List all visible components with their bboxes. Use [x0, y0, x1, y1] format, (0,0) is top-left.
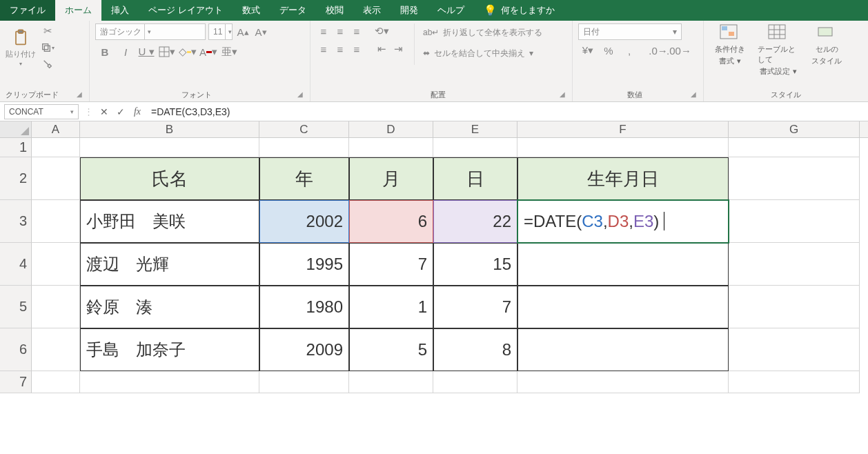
- decrease-indent-button[interactable]: ⇤: [374, 41, 389, 57]
- insert-function-button[interactable]: fx: [129, 106, 146, 117]
- cell-B4[interactable]: 渡辺 光輝: [80, 243, 259, 286]
- italic-button[interactable]: I: [116, 44, 135, 59]
- copy-button[interactable]: ▾: [40, 40, 55, 55]
- align-right-button[interactable]: ≡: [349, 41, 364, 57]
- font-color-button[interactable]: A ▾: [199, 44, 218, 59]
- row-header-1[interactable]: 1: [0, 138, 32, 157]
- cell-E4[interactable]: 15: [433, 243, 517, 286]
- font-launcher[interactable]: ◢: [297, 90, 304, 98]
- cell-C5[interactable]: 1980: [259, 286, 349, 328]
- cell-A1[interactable]: [32, 138, 80, 157]
- border-button[interactable]: ▾: [157, 44, 177, 59]
- cell-C3[interactable]: 2002: [259, 200, 349, 243]
- cell-E3[interactable]: 22: [433, 200, 517, 243]
- cell-E7[interactable]: [433, 371, 517, 393]
- number-format-combo[interactable]: 日付▾: [578, 23, 682, 40]
- cell-B5[interactable]: 鈴原 湊: [80, 286, 259, 328]
- enter-button[interactable]: ✓: [112, 106, 129, 117]
- cell-G6[interactable]: [729, 328, 860, 371]
- col-header-E[interactable]: E: [433, 121, 517, 137]
- cell-A7[interactable]: [32, 371, 80, 393]
- percent-format-button[interactable]: %: [599, 43, 618, 58]
- cell-B6[interactable]: 手島 加奈子: [80, 328, 259, 371]
- cell-A3[interactable]: [32, 200, 80, 243]
- row-header-2[interactable]: 2: [0, 157, 32, 200]
- cell-F7[interactable]: [517, 371, 729, 393]
- cell-G5[interactable]: [729, 286, 860, 328]
- align-center-button[interactable]: ≡: [333, 41, 348, 57]
- cell-G1[interactable]: [729, 138, 860, 157]
- col-header-D[interactable]: D: [349, 121, 433, 137]
- number-launcher[interactable]: ◢: [691, 90, 698, 98]
- cell-F6[interactable]: [517, 328, 729, 371]
- tab-help[interactable]: ヘルプ: [428, 0, 474, 21]
- orientation-button[interactable]: ⟲▾: [374, 23, 389, 39]
- cell-styles-button[interactable]: セルのスタイル: [806, 23, 847, 77]
- tab-formulas[interactable]: 数式: [233, 0, 270, 21]
- font-name-combo[interactable]: 游ゴシック▾: [95, 23, 206, 40]
- cell-E1[interactable]: [433, 138, 517, 157]
- col-header-C[interactable]: C: [259, 121, 349, 137]
- cut-button[interactable]: ✂: [40, 23, 55, 39]
- paste-button[interactable]: 貼り付け ▾: [6, 23, 36, 72]
- cell-C7[interactable]: [259, 371, 349, 393]
- cell-B3[interactable]: 小野田 美咲: [80, 200, 259, 243]
- formula-input[interactable]: =DATE(C3,D3,E3): [146, 106, 868, 117]
- align-top-button[interactable]: ≡: [316, 23, 331, 39]
- merge-center-button[interactable]: ⬌セルを結合して中央揃え ▾: [423, 44, 542, 62]
- cell-A4[interactable]: [32, 243, 80, 286]
- col-header-G[interactable]: G: [729, 121, 860, 137]
- cell-F4[interactable]: [517, 243, 729, 286]
- cell-A5[interactable]: [32, 286, 80, 328]
- tab-data[interactable]: データ: [270, 0, 316, 21]
- fill-color-button[interactable]: ◇ ▾: [178, 44, 197, 59]
- tab-file[interactable]: ファイル: [0, 0, 55, 21]
- cancel-button[interactable]: ✕: [96, 106, 112, 117]
- align-middle-button[interactable]: ≡: [333, 23, 348, 39]
- col-header-B[interactable]: B: [80, 121, 259, 137]
- tab-insert[interactable]: 挿入: [101, 0, 139, 21]
- accounting-format-button[interactable]: ¥▾: [578, 43, 598, 58]
- cell-D2[interactable]: 月: [349, 157, 433, 200]
- col-header-A[interactable]: A: [32, 121, 80, 137]
- conditional-formatting-button[interactable]: 条件付き書式 ▾: [709, 23, 751, 77]
- row-header-6[interactable]: 6: [0, 328, 32, 371]
- cell-D4[interactable]: 7: [349, 243, 433, 286]
- cell-B1[interactable]: [80, 138, 259, 157]
- col-header-F[interactable]: F: [517, 121, 729, 137]
- cell-C4[interactable]: 1995: [259, 243, 349, 286]
- increase-font-button[interactable]: A▴: [235, 24, 250, 39]
- clipboard-launcher[interactable]: ◢: [77, 90, 83, 98]
- row-header-3[interactable]: 3: [0, 200, 32, 243]
- tellme-box[interactable]: 💡 何をしますか: [474, 0, 564, 21]
- align-bottom-button[interactable]: ≡: [349, 23, 364, 39]
- decrease-decimal-button[interactable]: .00→: [669, 43, 689, 58]
- name-box[interactable]: CONCAT▾: [4, 104, 79, 119]
- cell-E2[interactable]: 日: [433, 157, 517, 200]
- cell-D7[interactable]: [349, 371, 433, 393]
- underline-button[interactable]: U ▾: [137, 44, 156, 59]
- cell-D3[interactable]: 6: [349, 200, 433, 243]
- cell-A6[interactable]: [32, 328, 80, 371]
- bold-button[interactable]: B: [95, 44, 115, 59]
- increase-indent-button[interactable]: ⇥: [391, 41, 406, 57]
- cell-A2[interactable]: [32, 157, 80, 200]
- cell-G3[interactable]: [729, 200, 860, 243]
- phonetic-button[interactable]: 亜 ▾: [219, 44, 239, 59]
- cell-C6[interactable]: 2009: [259, 328, 349, 371]
- cell-D6[interactable]: 5: [349, 328, 433, 371]
- align-left-button[interactable]: ≡: [316, 41, 331, 57]
- tab-review[interactable]: 校閲: [316, 0, 353, 21]
- cell-G7[interactable]: [729, 371, 860, 393]
- row-header-4[interactable]: 4: [0, 243, 32, 286]
- cell-E5[interactable]: 7: [433, 286, 517, 328]
- alignment-launcher[interactable]: ◢: [560, 90, 566, 98]
- increase-decimal-button[interactable]: .0→: [649, 43, 668, 58]
- font-size-combo[interactable]: 11▾: [208, 23, 233, 40]
- cell-C1[interactable]: [259, 138, 349, 157]
- row-header-5[interactable]: 5: [0, 286, 32, 328]
- format-painter-button[interactable]: [40, 57, 55, 72]
- decrease-font-button[interactable]: A▾: [253, 24, 268, 39]
- tab-view[interactable]: 表示: [353, 0, 391, 21]
- tab-home[interactable]: ホーム: [55, 0, 101, 21]
